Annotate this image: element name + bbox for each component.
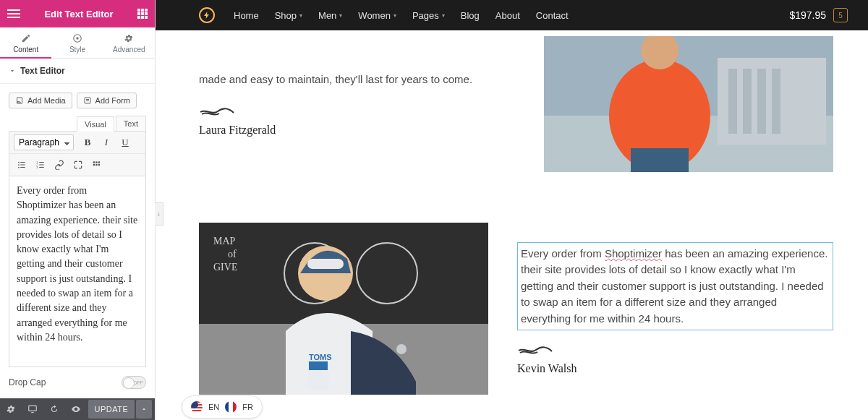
editor-sidebar: Edit Text Editor Content Style Advanced … [0, 0, 156, 420]
editor-toolbar: Paragraph B I U 123 [9, 131, 146, 176]
svg-text:GIVE: GIVE [213, 262, 237, 273]
nav-item-home[interactable]: Home [234, 10, 259, 21]
svg-point-5 [18, 167, 20, 168]
nav-item-pages[interactable]: Pages▾ [412, 10, 445, 21]
responsive-icon[interactable] [22, 398, 43, 420]
format-select[interactable]: Paragraph [14, 134, 74, 150]
svg-rect-15 [29, 406, 37, 411]
nav-item-blog[interactable]: Blog [461, 10, 480, 21]
testimonial-2-image: MAPofGIVE TOMS [199, 223, 488, 395]
underline-button[interactable]: U [117, 134, 133, 150]
add-form-button[interactable]: Add Form [77, 93, 137, 108]
svg-rect-21 [757, 69, 766, 134]
sidebar-footer: UPDATE [0, 398, 155, 420]
cart-badge[interactable]: 5 [833, 8, 848, 22]
apps-icon[interactable] [137, 9, 148, 19]
dropcap-label: Drop Cap [9, 377, 46, 387]
chevron-down-icon: ▾ [442, 12, 445, 19]
panel-body: Add Media Add Form Visual Text Paragraph… [0, 84, 155, 398]
svg-rect-11 [98, 161, 100, 163]
nav-item-men[interactable]: Men▾ [318, 10, 342, 21]
svg-rect-20 [743, 69, 752, 134]
tab-content[interactable]: Content [0, 27, 51, 58]
mode-text[interactable]: Text [116, 116, 146, 131]
testimonial-1-body: made and easy to maintain, they'll last … [199, 72, 515, 88]
update-button[interactable]: UPDATE [88, 400, 135, 419]
svg-rect-36 [309, 361, 328, 370]
mode-visual[interactable]: Visual [77, 116, 114, 132]
chevron-down-icon: ▾ [339, 12, 342, 19]
toolbar-toggle-button[interactable] [89, 157, 105, 173]
nav-item-about[interactable]: About [495, 10, 520, 21]
chevron-down-icon: ▾ [393, 12, 396, 19]
add-media-button[interactable]: Add Media [9, 93, 72, 108]
svg-text:of: of [228, 249, 237, 260]
flag-us-icon[interactable] [191, 401, 203, 413]
svg-point-4 [18, 164, 20, 166]
testimonial-2-author: Kevin Walsh [517, 362, 833, 375]
testimonial-2-text: Every order from Shoptimizer has been an… [517, 242, 833, 376]
update-options-button[interactable] [136, 400, 152, 419]
cart-price[interactable]: $197.95 [789, 9, 826, 21]
lang-en[interactable]: EN [208, 403, 219, 411]
site-navbar: HomeShop▾Men▾Women▾Pages▾BlogAboutContac… [156, 0, 868, 30]
bullet-list-button[interactable] [14, 157, 30, 173]
svg-rect-34 [307, 259, 344, 269]
lang-fr[interactable]: FR [242, 403, 253, 411]
sidebar-header: Edit Text Editor [0, 0, 155, 27]
number-list-button[interactable]: 123 [33, 157, 48, 173]
svg-point-38 [396, 344, 407, 354]
bold-button[interactable]: B [80, 134, 95, 150]
svg-text:MAP: MAP [213, 236, 236, 247]
preview-icon[interactable] [65, 398, 87, 420]
preview-area: HomeShop▾Men▾Women▾Pages▾BlogAboutContac… [156, 0, 868, 420]
svg-rect-25 [631, 148, 689, 172]
testimonial-1-text: made and easy to maintain, they'll last … [199, 72, 515, 137]
svg-rect-14 [98, 164, 100, 166]
flag-fr-icon[interactable] [225, 401, 237, 413]
link-button[interactable] [51, 157, 67, 173]
nav-item-women[interactable]: Women▾ [358, 10, 396, 21]
svg-rect-10 [95, 161, 97, 163]
collapse-sidebar-button[interactable]: ‹ [155, 202, 163, 226]
svg-rect-13 [95, 164, 97, 166]
testimonial-1-author: Laura Fitzgerald [199, 124, 515, 137]
chevron-down-icon: ▾ [299, 12, 302, 19]
svg-point-0 [76, 37, 79, 40]
panel-title: Edit Text Editor [44, 9, 113, 20]
editor-textarea[interactable]: Every order from Shoptimizer has been an… [9, 176, 146, 367]
svg-text:3: 3 [36, 166, 38, 169]
dropcap-toggle[interactable]: OFF [122, 376, 146, 389]
italic-button[interactable]: I [98, 134, 114, 150]
section-text-editor[interactable]: Text Editor [0, 59, 155, 84]
history-icon[interactable] [43, 398, 65, 420]
tab-advanced[interactable]: Advanced [103, 27, 155, 58]
fullscreen-button[interactable] [70, 157, 86, 173]
separator-icon [199, 108, 235, 118]
svg-rect-19 [728, 69, 737, 134]
menu-icon[interactable] [7, 9, 20, 18]
svg-rect-22 [772, 69, 780, 134]
separator-icon [517, 346, 553, 356]
svg-rect-9 [93, 161, 95, 163]
site-logo[interactable] [199, 7, 215, 23]
editing-highlight[interactable]: Every order from Shoptimizer has been an… [517, 242, 833, 331]
svg-text:TOMS: TOMS [309, 353, 332, 361]
testimonial-2-body: Every order from Shoptimizer has been an… [521, 246, 830, 327]
svg-rect-12 [93, 164, 95, 166]
nav-item-shop[interactable]: Shop▾ [275, 10, 302, 21]
settings-icon[interactable] [0, 398, 22, 420]
testimonial-1-image [544, 36, 833, 172]
panel-tabs: Content Style Advanced [0, 27, 155, 59]
spellcheck-brand: Shoptimizer [605, 247, 662, 260]
nav-item-contact[interactable]: Contact [536, 10, 569, 21]
svg-point-3 [18, 162, 20, 163]
tab-style[interactable]: Style [51, 27, 103, 58]
